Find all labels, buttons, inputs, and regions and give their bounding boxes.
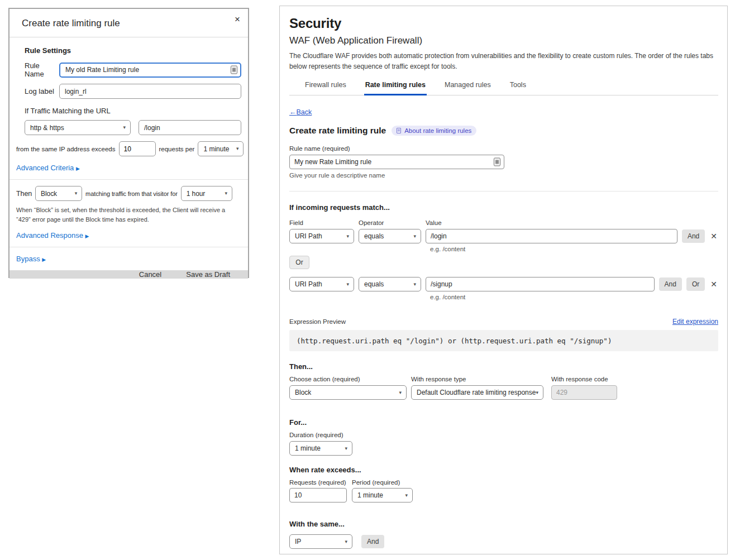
about-rate-limiting-badge[interactable]: About rate limiting rules: [392, 126, 476, 136]
scheme-select[interactable]: http & https ▾: [25, 120, 131, 135]
choose-action-value: Block: [295, 389, 311, 396]
characteristic-select[interactable]: IP ▾: [289, 534, 352, 549]
period-select-value: 1 minute: [203, 145, 229, 153]
block-note-text: When “Block” is set, when the threshold …: [16, 205, 240, 224]
field-select-value: URI Path: [295, 280, 322, 288]
tab-firewall-rules[interactable]: Firewall rules: [304, 79, 347, 95]
and-button[interactable]: And: [659, 277, 682, 291]
rule-name-label: Rule Name: [25, 61, 59, 78]
requests-count-input[interactable]: [119, 141, 156, 156]
screenshot-canvas: Create rate limiting rule × Rule Setting…: [0, 0, 735, 560]
action-select[interactable]: Block ▾: [35, 186, 82, 201]
expand-arrow-icon: ▶: [85, 233, 89, 239]
advanced-response-link[interactable]: Advanced Response ▶: [16, 231, 89, 240]
log-label-input-wrap: [59, 84, 241, 99]
chevron-down-icon: ▾: [236, 146, 239, 151]
security-waf-panel: Security WAF (Web Application Firewall) …: [279, 6, 728, 554]
operator-select-value: equals: [364, 280, 384, 288]
or-connector-button[interactable]: Or: [289, 256, 309, 269]
back-arrow-icon: ←: [289, 108, 297, 116]
duration-select[interactable]: 1 minute ▾: [289, 441, 352, 456]
then-row: Then Block ▾ matching traffic from that …: [16, 186, 241, 201]
then-label: Then: [16, 190, 32, 198]
tab-tools[interactable]: Tools: [509, 79, 527, 95]
operator-select-value: equals: [364, 232, 384, 240]
operator-select[interactable]: equals ▾: [359, 277, 421, 291]
advanced-criteria-label: Advanced Criteria: [16, 164, 74, 172]
waf-tabs: Firewall rules Rate limiting rules Manag…: [289, 79, 718, 95]
characteristic-value: IP: [295, 538, 301, 545]
advanced-response-label: Advanced Response: [16, 231, 83, 240]
period-select[interactable]: 1 minute ▾: [198, 141, 244, 156]
rule-name-helper: Give your rule a descriptive name: [289, 172, 718, 179]
chevron-down-icon: ▾: [123, 125, 126, 130]
and-button[interactable]: And: [682, 229, 705, 243]
chevron-down-icon: ▾: [413, 282, 416, 287]
then-columns: Choose action (required) Block ▾ With re…: [289, 376, 718, 400]
scheme-url-row: http & https ▾: [25, 120, 241, 135]
rule-name-input[interactable]: [289, 155, 504, 169]
value-helper-text: e.g. /content: [430, 294, 718, 300]
match-column-labels: Field Operator Value: [289, 219, 718, 226]
rule-settings-section: Rule Settings Rule Name Log label If Tra…: [9, 37, 248, 179]
expression-preview-row: Expression Preview Edit expression: [289, 318, 718, 326]
bypass-label: Bypass: [16, 255, 40, 263]
same-section-heading: With the same...: [289, 520, 718, 528]
operator-select[interactable]: equals ▾: [359, 229, 421, 243]
choose-action-label: Choose action (required): [289, 376, 407, 382]
rate-controls-row: 1 minute ▾: [289, 488, 718, 502]
page-title: Security: [289, 16, 718, 31]
about-badge-label: About rate limiting rules: [404, 127, 471, 134]
back-link[interactable]: ←Back: [289, 108, 312, 116]
remove-row-icon[interactable]: ✕: [709, 280, 718, 289]
match-row-2: URI Path ▾ equals ▾ And Or ✕: [289, 277, 718, 291]
advanced-criteria-link[interactable]: Advanced Criteria ▶: [16, 164, 80, 172]
value-column-label: Value: [426, 219, 442, 226]
then-section-heading: Then...: [289, 362, 718, 371]
rule-settings-heading: Rule Settings: [25, 46, 241, 55]
threshold-prefix-text: from the same IP address exceeds: [16, 146, 116, 152]
document-icon: [397, 128, 401, 133]
block-duration-select[interactable]: 1 hour ▾: [181, 186, 232, 201]
choose-action-select[interactable]: Block ▾: [289, 385, 407, 400]
rule-name-label: Rule name (required): [289, 145, 718, 152]
expression-code-box: (http.request.uri.path eq "/login") or (…: [289, 330, 718, 351]
rule-name-input[interactable]: [59, 63, 241, 78]
chevron-down-icon: ▾: [225, 191, 227, 196]
log-label-input[interactable]: [59, 84, 241, 99]
response-code-input: [551, 385, 617, 400]
duration-label: Duration (required): [289, 432, 718, 438]
field-column-label: Field: [289, 219, 359, 226]
tab-managed-rules[interactable]: Managed rules: [443, 79, 492, 95]
same-row: IP ▾ And: [289, 534, 718, 549]
tab-rate-limiting-rules[interactable]: Rate limiting rules: [364, 79, 427, 95]
field-select[interactable]: URI Path ▾: [289, 277, 354, 291]
url-input[interactable]: [139, 120, 241, 135]
action-select-value: Block: [41, 190, 57, 198]
back-label: Back: [297, 108, 312, 116]
log-label-row: Log label: [25, 84, 241, 99]
chevron-down-icon: ▾: [345, 539, 347, 544]
save-as-draft-button[interactable]: Save as Draft: [186, 270, 230, 279]
then-middle-text: matching traffic from that visitor for: [85, 190, 178, 197]
bypass-link[interactable]: Bypass ▶: [16, 255, 46, 263]
period-select[interactable]: 1 minute ▾: [352, 488, 413, 502]
chevron-down-icon: ▾: [346, 234, 349, 239]
remove-row-icon[interactable]: ✕: [709, 232, 718, 241]
close-icon[interactable]: ×: [235, 15, 240, 24]
and-characteristic-button[interactable]: And: [361, 535, 384, 548]
edit-expression-link[interactable]: Edit expression: [672, 318, 718, 326]
scheme-select-value: http & https: [30, 124, 64, 132]
value-helper-text: e.g. /content: [430, 246, 718, 252]
field-select[interactable]: URI Path ▾: [289, 229, 354, 243]
value-input[interactable]: [426, 229, 677, 243]
or-button[interactable]: Or: [686, 277, 705, 291]
cancel-button[interactable]: Cancel: [139, 270, 161, 279]
then-section: Then Block ▾ matching traffic from that …: [9, 180, 248, 247]
bypass-section: Bypass ▶: [9, 247, 248, 270]
create-rule-heading-row: Create rate limiting rule About rate lim…: [289, 126, 718, 136]
requests-input[interactable]: [289, 488, 347, 502]
response-type-select[interactable]: Default Cloudflare rate limiting respons…: [411, 385, 543, 400]
period-label: Period (required): [352, 479, 400, 486]
value-input[interactable]: [426, 277, 655, 291]
